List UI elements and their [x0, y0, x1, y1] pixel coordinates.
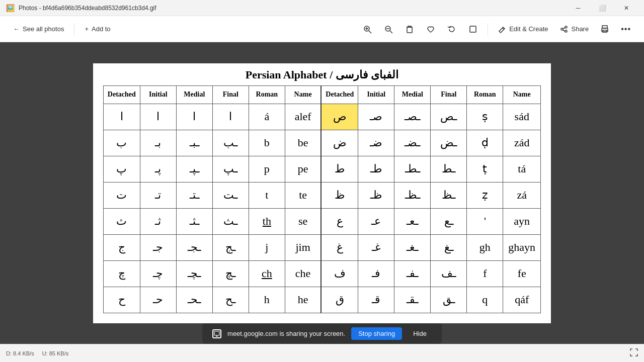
print-button[interactable]	[596, 22, 614, 36]
sharing-bar: meet.google.com is sharing your screen. …	[202, 323, 442, 344]
window-controls: ─ ⬜ ✕	[567, 0, 638, 16]
edit-create-button[interactable]: Edit & Create	[493, 22, 553, 36]
favorite-button[interactable]	[421, 22, 440, 37]
window-title: Photos - bf4d6a696b354ddeabd8532d961cb3d…	[19, 5, 567, 12]
trash-icon	[405, 25, 414, 34]
sharing-text: meet.google.com is sharing your screen.	[227, 330, 345, 337]
table-cell-3-5: te	[285, 182, 321, 208]
status-bar: D: 8.4 KB/s U: 85 KB/s	[0, 344, 644, 362]
table-cell-2-8: ـطـ	[394, 156, 431, 182]
toolbar: ← See all photos + Add to Edit & Create	[0, 16, 644, 42]
table-cell-3-9: ـظ	[431, 182, 467, 208]
table-cell-7-2: ـحـ	[176, 287, 212, 313]
table-cell-0-0: ا	[103, 104, 140, 130]
table-cell-4-3: ـث	[212, 208, 249, 234]
table-cell-4-6: ع	[321, 208, 358, 234]
close-button[interactable]: ✕	[615, 0, 638, 16]
table-row: ججــجــجjjimغغــغــغghghayn	[103, 234, 540, 260]
table-cell-2-1: پـ	[140, 156, 176, 182]
table-cell-1-3: ـب	[212, 130, 249, 156]
table-cell-6-5: che	[285, 260, 321, 287]
table-cell-0-4: á	[249, 104, 285, 130]
table-cell-6-10: f	[467, 260, 503, 287]
table-cell-1-7: ضـ	[358, 130, 394, 156]
svg-line-5	[390, 31, 392, 33]
table-cell-7-5: he	[285, 287, 321, 313]
table-cell-2-2: ـپـ	[176, 156, 212, 182]
table-cell-6-0: چ	[103, 260, 140, 287]
table-cell-2-6: ط	[321, 156, 358, 182]
table-cell-1-2: ـبـ	[176, 130, 212, 156]
edit-icon	[498, 25, 506, 33]
alphabet-title: Persian Alphabet / الفبای فارسی	[103, 68, 541, 81]
table-cell-0-9: ـص	[431, 104, 467, 130]
svg-rect-8	[470, 26, 476, 32]
zoom-in-button[interactable]	[358, 22, 377, 37]
table-cell-1-1: بـ	[140, 130, 176, 156]
table-cell-5-7: غـ	[358, 234, 394, 260]
table-cell-4-10: '	[467, 208, 503, 234]
column-header-1: Initial	[140, 85, 176, 104]
table-cell-6-1: چـ	[140, 260, 176, 287]
column-header-4: Roman	[249, 85, 285, 104]
table-cell-6-8: ـفـ	[394, 260, 431, 287]
svg-rect-15	[214, 331, 219, 335]
add-to-button[interactable]: + Add to	[79, 22, 115, 36]
table-cell-4-0: ث	[103, 208, 140, 234]
table-cell-5-9: ـغ	[431, 234, 467, 260]
table-cell-3-8: ـظـ	[394, 182, 431, 208]
table-cell-7-1: حـ	[140, 287, 176, 313]
table-cell-5-6: غ	[321, 234, 358, 260]
print-icon	[601, 25, 609, 33]
delete-button[interactable]	[400, 22, 419, 37]
toolbar-divider	[74, 23, 74, 35]
see-all-photos-button[interactable]: ← See all photos	[8, 22, 69, 36]
svg-line-10	[563, 27, 566, 29]
app-icon: 🖼️	[6, 4, 15, 12]
rotate-button[interactable]	[442, 22, 461, 37]
share-button[interactable]: Share	[555, 22, 594, 36]
crop-button[interactable]	[463, 22, 482, 37]
table-cell-2-5: pe	[285, 156, 321, 182]
hide-button[interactable]: Hide	[408, 327, 432, 340]
svg-line-1	[369, 31, 371, 33]
alphabet-image: Persian Alphabet / الفبای فارسی Detached…	[93, 63, 551, 323]
table-cell-6-6: ف	[321, 260, 358, 287]
table-cell-4-8: ـعـ	[394, 208, 431, 234]
table-cell-7-11: qáf	[503, 287, 541, 313]
toolbar-divider-2	[488, 23, 488, 35]
maximize-button[interactable]: ⬜	[591, 0, 614, 16]
table-cell-6-2: ـچـ	[176, 260, 212, 287]
table-cell-2-3: ـپ	[212, 156, 249, 182]
table-cell-4-7: عـ	[358, 208, 394, 234]
fullscreen-icon[interactable]	[630, 348, 638, 358]
table-cell-1-11: zád	[503, 130, 541, 156]
table-cell-2-4: p	[249, 156, 285, 182]
zoom-out-icon	[384, 25, 393, 34]
table-cell-6-9: ـف	[431, 260, 467, 287]
heart-icon	[426, 25, 435, 34]
column-header-2: Medial	[176, 85, 212, 104]
table-cell-5-10: gh	[467, 234, 503, 260]
table-cell-3-3: ـت	[212, 182, 249, 208]
table-cell-3-10: ẓ	[467, 182, 503, 208]
more-icon: •••	[621, 25, 631, 34]
table-cell-1-8: ـضـ	[394, 130, 431, 156]
table-cell-7-3: ـح	[212, 287, 249, 313]
upload-speed: U: 85 KB/s	[42, 350, 69, 356]
minimize-button[interactable]: ─	[567, 0, 590, 16]
table-cell-1-10: ḍ	[467, 130, 503, 156]
table-cell-2-7: طـ	[358, 156, 394, 182]
table-cell-3-4: t	[249, 182, 285, 208]
table-cell-0-11: sád	[503, 104, 541, 130]
table-cell-6-3: ـچ	[212, 260, 249, 287]
table-cell-4-5: se	[285, 208, 321, 234]
title-bar: 🖼️ Photos - bf4d6a696b354ddeabd8532d961c…	[0, 0, 644, 16]
table-cell-7-0: ح	[103, 287, 140, 313]
column-header-5: Name	[285, 85, 321, 104]
zoom-out-button[interactable]	[379, 22, 398, 37]
more-button[interactable]: •••	[616, 22, 636, 37]
screen-share-icon	[212, 329, 221, 338]
table-cell-1-6: ض	[321, 130, 358, 156]
stop-sharing-button[interactable]: Stop sharing	[351, 327, 402, 340]
